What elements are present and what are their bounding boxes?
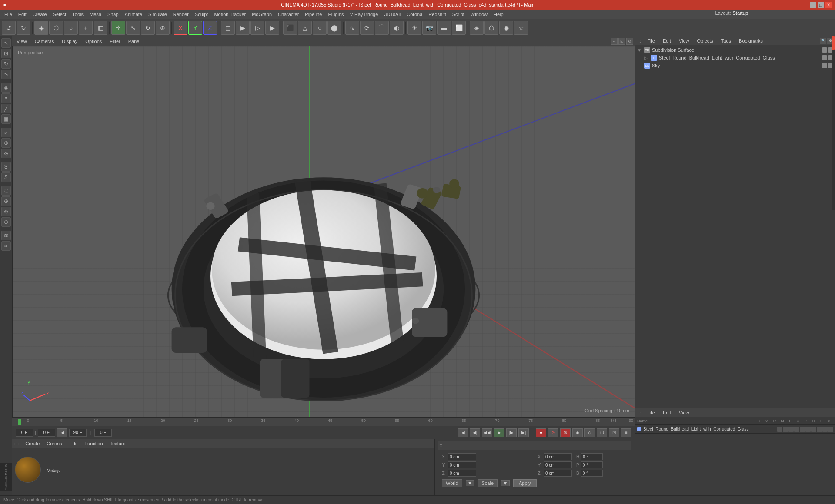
step-forward-btn[interactable]: |▶ bbox=[506, 428, 517, 437]
deform-button[interactable]: ⌒ bbox=[375, 21, 389, 35]
spline-button[interactable]: ∿ bbox=[345, 21, 359, 35]
lt-extra-4[interactable]: ⊙ bbox=[1, 217, 11, 227]
scale-button[interactable]: Scale bbox=[478, 479, 498, 487]
lt-poly-mode-button[interactable]: ▦ bbox=[1, 114, 11, 124]
am-status-dot-7[interactable] bbox=[811, 427, 816, 432]
light-button[interactable]: ☀ bbox=[407, 21, 421, 35]
lt-rotate-button[interactable]: ↻ bbox=[1, 59, 11, 69]
am-status-dot-6[interactable] bbox=[805, 427, 811, 432]
lt-live-select-button[interactable]: ⊕ bbox=[1, 138, 11, 148]
close-button[interactable]: ✕ bbox=[825, 2, 832, 8]
sweep-button[interactable]: ⟳ bbox=[360, 21, 374, 35]
rotate-tool-button[interactable]: ↻ bbox=[141, 21, 155, 35]
menu-redshift[interactable]: Redshift bbox=[426, 11, 448, 18]
am-status-dot-10[interactable] bbox=[828, 427, 833, 432]
menu-window[interactable]: Window bbox=[468, 11, 490, 18]
scale-tool-button[interactable]: ⤡ bbox=[126, 21, 140, 35]
go-to-start-btn[interactable]: |◀ bbox=[458, 428, 468, 437]
scale-dropdown-btn[interactable]: ▼ bbox=[501, 480, 510, 486]
mat-create-btn[interactable]: Create bbox=[23, 441, 42, 447]
am-file-btn[interactable]: File bbox=[645, 410, 658, 416]
vp-panel-btn[interactable]: Panel bbox=[126, 38, 143, 44]
lt-select-button[interactable]: ⊡ bbox=[1, 49, 11, 58]
step-back-btn[interactable]: ◀| bbox=[470, 428, 480, 437]
lt-extra-3[interactable]: ⊚ bbox=[1, 207, 11, 216]
menu-pipeline[interactable]: Pipeline bbox=[302, 11, 324, 18]
mat-edit-btn[interactable]: Edit bbox=[67, 441, 80, 447]
cube-button[interactable]: ⬛ bbox=[283, 21, 297, 35]
material-item[interactable]: Vintage bbox=[12, 448, 70, 491]
lt-move-button[interactable]: ↖ bbox=[1, 38, 11, 48]
right-scrollbar-tab[interactable] bbox=[832, 36, 835, 50]
vp-expand-btn[interactable]: ↔ bbox=[611, 38, 618, 45]
lt-iron-button[interactable]: $ bbox=[1, 172, 11, 182]
om-view-btn[interactable]: View bbox=[676, 38, 692, 44]
viewport-3d[interactable]: Perspective Grid Spacing : 10 cm bbox=[12, 46, 635, 417]
vp-settings-btn[interactable]: ⚙ bbox=[626, 38, 633, 45]
menu-sculpt[interactable]: Sculpt bbox=[192, 11, 211, 18]
om-item-bulkhead[interactable]: ▷ G Steel_Round_Bulkhead_Light_with_Corr… bbox=[635, 54, 835, 62]
menu-tools[interactable]: Tools bbox=[70, 11, 86, 18]
menu-script[interactable]: Script bbox=[450, 11, 467, 18]
minimize-button[interactable]: _ bbox=[810, 2, 816, 8]
bg-button[interactable]: ⬜ bbox=[452, 21, 466, 35]
floor-button[interactable]: ▬ bbox=[437, 21, 451, 35]
right-scrollbar[interactable] bbox=[832, 36, 835, 210]
motion-path-btn[interactable]: ◈ bbox=[572, 428, 583, 437]
menu-animate[interactable]: Animate bbox=[122, 11, 145, 18]
om-bookmarks-btn[interactable]: Bookmarks bbox=[736, 38, 765, 44]
menu-vray-bridge[interactable]: V-Ray Bridge bbox=[347, 11, 381, 18]
key-more-btn[interactable]: ≡ bbox=[621, 428, 631, 437]
vp-lock-btn[interactable]: ⊡ bbox=[618, 38, 625, 45]
p-rotation-input[interactable] bbox=[581, 461, 603, 468]
menu-snap[interactable]: Snap bbox=[105, 11, 121, 18]
render-active-button[interactable]: ▶ bbox=[265, 21, 279, 35]
play-forward-btn[interactable]: ▶ bbox=[494, 428, 504, 437]
menu-simulate[interactable]: Simulate bbox=[146, 11, 170, 18]
texture-mode-button[interactable]: ⬡ bbox=[49, 21, 63, 35]
menu-file[interactable]: File bbox=[2, 11, 15, 18]
om-expand-bulkhead[interactable]: ▷ bbox=[644, 56, 649, 60]
lt-knife-button[interactable]: ⌀ bbox=[1, 128, 11, 137]
record-key-btn[interactable]: ⊙ bbox=[548, 428, 558, 437]
move-tool-button[interactable]: ✛ bbox=[111, 21, 125, 35]
am-status-dot-3[interactable] bbox=[788, 427, 794, 432]
am-status-dot-2[interactable] bbox=[783, 427, 788, 432]
am-edit-btn[interactable]: Edit bbox=[660, 410, 674, 416]
object-mgr-button[interactable]: ▤ bbox=[221, 21, 235, 35]
z-position-input[interactable] bbox=[448, 470, 476, 477]
lt-extra-6[interactable]: ≈ bbox=[1, 241, 11, 251]
lt-scale-button[interactable]: ⤡ bbox=[1, 70, 11, 79]
vp-cameras-btn[interactable]: Cameras bbox=[32, 38, 57, 44]
poly-mode-button[interactable]: ▦ bbox=[94, 21, 107, 35]
lt-obj-mode-button[interactable]: ◈ bbox=[1, 83, 11, 93]
key-all-btn[interactable]: ⬡ bbox=[597, 428, 607, 437]
menu-render[interactable]: Render bbox=[170, 11, 191, 18]
fps-input[interactable] bbox=[94, 429, 112, 437]
menu-mograph[interactable]: MoGraph bbox=[249, 11, 274, 18]
play-reverse-btn[interactable]: ◀◀ bbox=[482, 428, 492, 437]
menu-motion-tracker[interactable]: Motion Tracker bbox=[211, 11, 248, 18]
lt-point-mode-button[interactable]: • bbox=[1, 93, 11, 103]
om-file-btn[interactable]: File bbox=[645, 38, 658, 44]
y-position-input[interactable] bbox=[448, 461, 476, 468]
menu-plugins[interactable]: Plugins bbox=[325, 11, 346, 18]
lt-extra-2[interactable]: ⊛ bbox=[1, 196, 11, 206]
extra-btn-4[interactable]: ☆ bbox=[514, 21, 528, 35]
om-dot-v1[interactable] bbox=[822, 47, 827, 53]
maximize-button[interactable]: □ bbox=[818, 2, 824, 8]
menu-edit[interactable]: Edit bbox=[16, 11, 29, 18]
start-frame-input[interactable] bbox=[38, 429, 55, 437]
extra-btn-2[interactable]: ⬡ bbox=[484, 21, 498, 35]
menu-select[interactable]: Select bbox=[50, 11, 69, 18]
om-dot-b1[interactable] bbox=[822, 55, 827, 60]
mat-function-btn[interactable]: Function bbox=[82, 441, 105, 447]
menu-help[interactable]: Help bbox=[491, 11, 506, 18]
vp-view-btn[interactable]: View bbox=[14, 38, 30, 44]
shader-button[interactable]: ◐ bbox=[390, 21, 404, 35]
vp-options-btn[interactable]: Options bbox=[83, 38, 104, 44]
lt-edge-mode-button[interactable]: ╱ bbox=[1, 104, 11, 113]
cylinder-button[interactable]: ⬤ bbox=[327, 21, 341, 35]
anim-key-button[interactable]: ▶ bbox=[236, 21, 250, 35]
undo-button[interactable]: ↺ bbox=[2, 21, 16, 35]
